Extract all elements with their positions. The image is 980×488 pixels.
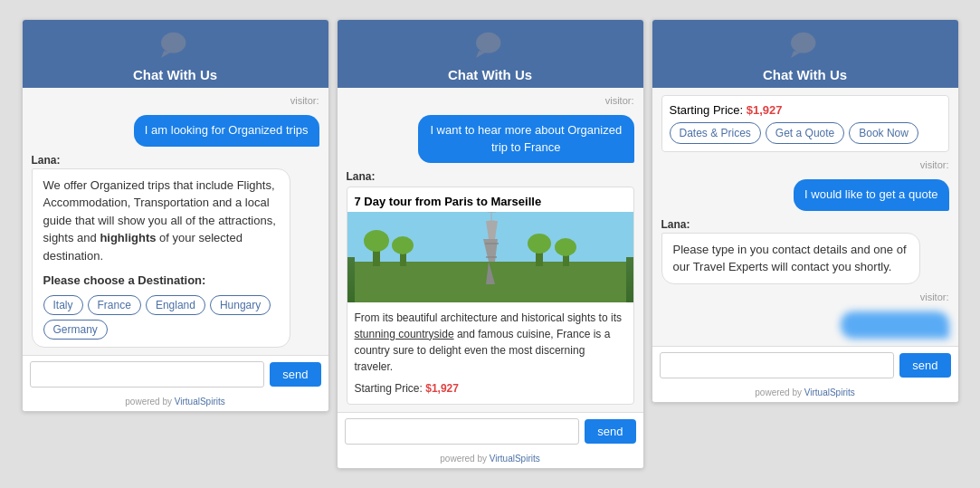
agent-bubble-1: We offer Organized trips that include Fl…	[32, 168, 290, 348]
chat-body-1: visitor: I am looking for Organized trip…	[23, 88, 328, 354]
starting-price: $1,927	[747, 103, 783, 117]
tour-image	[347, 212, 633, 302]
svg-point-7	[364, 230, 389, 252]
svg-point-21	[555, 238, 576, 256]
send-button-3[interactable]: send	[899, 353, 950, 378]
dest-england[interactable]: England	[146, 295, 205, 315]
chat-body-3: Starting Price: $1,927 Dates & Prices Ge…	[652, 88, 958, 345]
dest-hungary[interactable]: Hungary	[210, 295, 271, 315]
choose-destination-label: Please choose a Destination:	[43, 272, 279, 290]
chat-body-2: visitor: I want to hear more about Organ…	[338, 88, 643, 411]
chat-footer-1: send	[23, 355, 328, 393]
chat-input-3[interactable]	[660, 352, 895, 378]
chat-header-2: Chat With Us	[338, 20, 643, 88]
agent-bubble-3: Please type in you contact details and o…	[661, 233, 920, 284]
visitor-label-3: visitor:	[661, 159, 949, 170]
powered-by-1: powered by VirtualSpirits	[23, 393, 328, 411]
agent-name-3: Lana:	[661, 218, 949, 231]
header-title-3: Chat With Us	[763, 67, 847, 82]
chat-widgets-container: Chat With Us visitor: I am looking for O…	[22, 19, 959, 468]
chat-header-1: Chat With Us	[23, 20, 328, 88]
visitor-bubble-blur	[841, 311, 949, 339]
action-buttons: Dates & Prices Get a Quote Book Now	[670, 122, 941, 144]
price-section: Starting Price: $1,927 Dates & Prices Ge…	[661, 95, 949, 152]
chat-input-2[interactable]	[345, 418, 580, 445]
tour-title: 7 Day tour from Paris to Marseille	[347, 187, 633, 212]
tour-description: From its beautiful architecture and hist…	[347, 302, 633, 404]
visitor-bubble-1: I am looking for Organized trips	[134, 115, 319, 146]
visitor-label-3b: visitor:	[661, 292, 949, 302]
agent-name-1: Lana:	[32, 154, 319, 167]
dates-prices-btn[interactable]: Dates & Prices	[670, 122, 761, 144]
powered-by-2: powered by VirtualSpirits	[338, 450, 643, 468]
visitor-bubble-3: I would like to get a quote	[794, 179, 948, 210]
tour-card: 7 Day tour from Paris to Marseille	[347, 187, 634, 405]
chat-widget-3: Chat With Us Starting Price: $1,927 Date…	[652, 19, 959, 402]
svg-point-0	[161, 33, 186, 53]
chat-widget-1: Chat With Us visitor: I am looking for O…	[22, 19, 329, 411]
header-title-1: Chat With Us	[133, 67, 217, 82]
chat-widget-2: Chat With Us visitor: I want to hear mor…	[337, 19, 644, 468]
visitor-label-1: visitor:	[32, 95, 319, 106]
svg-point-9	[392, 236, 414, 254]
agent-text-1: We offer Organized trips that include Fl…	[43, 178, 276, 263]
tour-image-svg	[347, 212, 633, 302]
tour-price: $1,927	[425, 382, 459, 395]
visitor-label-2: visitor:	[347, 95, 634, 106]
dest-italy[interactable]: Italy	[43, 295, 83, 315]
dest-france[interactable]: France	[88, 295, 141, 315]
visitor-bubble-2: I want to hear more about Organized trip…	[418, 115, 634, 162]
send-button-1[interactable]: send	[270, 362, 320, 387]
chat-icon-1	[158, 29, 193, 63]
svg-point-22	[791, 33, 815, 53]
chat-footer-3: send	[652, 346, 958, 384]
agent-message-3: Lana: Please type in you contact details…	[661, 218, 949, 284]
send-button-2[interactable]: send	[585, 419, 635, 444]
agent-name-2: Lana:	[347, 170, 634, 183]
header-title-2: Chat With Us	[448, 67, 532, 82]
powered-by-3: powered by VirtualSpirits	[652, 384, 958, 402]
destination-choices: Italy France England Hungary Germany	[43, 295, 279, 340]
svg-point-2	[476, 33, 500, 53]
get-quote-btn[interactable]: Get a Quote	[766, 122, 844, 144]
chat-footer-2: send	[338, 412, 643, 450]
chat-icon-3	[788, 29, 823, 63]
book-now-btn[interactable]: Book Now	[849, 122, 918, 144]
dest-germany[interactable]: Germany	[43, 320, 108, 340]
chat-icon-2	[473, 29, 508, 63]
chat-input-1[interactable]	[30, 361, 265, 388]
agent-message-1: Lana: We offer Organized trips that incl…	[32, 154, 319, 348]
agent-message-2: Lana: 7 Day tour from Paris to Marseille	[347, 170, 634, 405]
chat-header-3: Chat With Us	[652, 20, 958, 88]
svg-point-19	[528, 234, 551, 254]
